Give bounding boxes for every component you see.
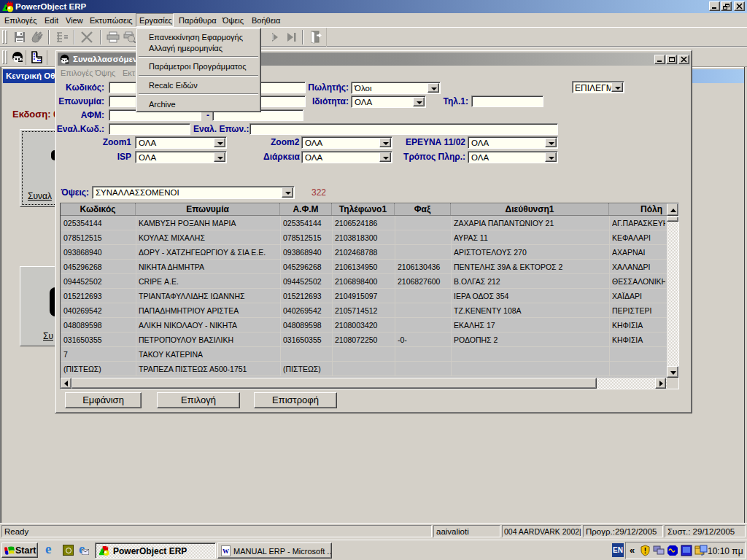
svg-text:!: ! — [644, 547, 646, 555]
